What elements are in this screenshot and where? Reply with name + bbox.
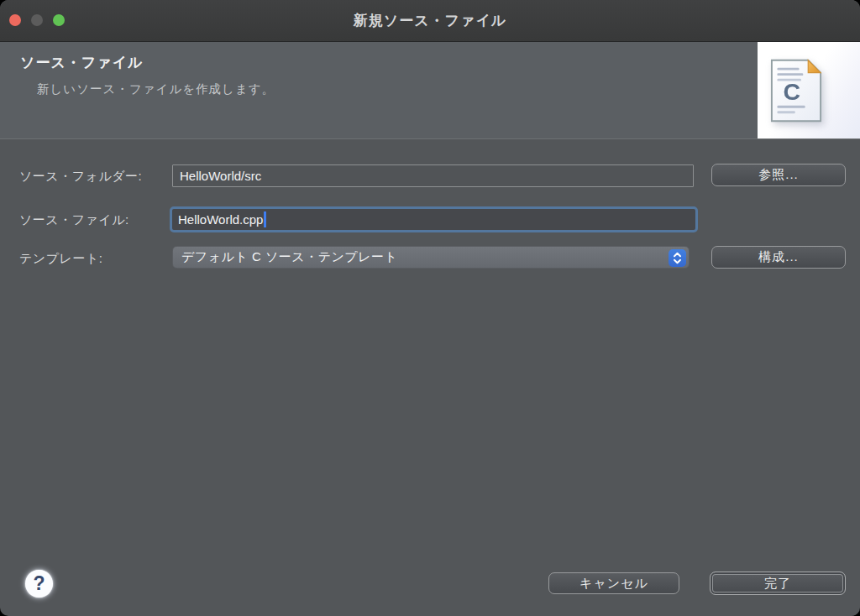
page-title: ソース・ファイル	[20, 53, 143, 72]
cancel-button-label: キャンセル	[579, 576, 648, 592]
window-title: 新規ソース・ファイル	[354, 11, 506, 30]
text-caret	[264, 211, 266, 227]
configure-button[interactable]: 構成...	[711, 246, 846, 269]
browse-button[interactable]: 参照...	[711, 164, 846, 186]
source-file-value: HelloWorld.cpp	[178, 212, 263, 227]
question-mark-icon: ?	[33, 572, 45, 595]
browse-button-label: 参照...	[758, 167, 799, 183]
help-button[interactable]: ?	[25, 570, 53, 598]
new-source-file-dialog: 新規ソース・ファイル ソース・ファイル 新しいソース・ファイルを作成します。	[0, 0, 860, 616]
template-selected-option: デフォルト C ソース・テンプレート	[181, 249, 397, 265]
chevron-updown-icon	[669, 249, 686, 267]
source-file-input[interactable]: HelloWorld.cpp	[170, 206, 698, 232]
c-letter: C	[784, 77, 801, 104]
template-select[interactable]: デフォルト C ソース・テンプレート	[172, 246, 690, 269]
dialog-header: ソース・ファイル 新しいソース・ファイルを作成します。	[0, 42, 860, 139]
configure-button-label: 構成...	[758, 249, 799, 265]
c-source-file-icon: C	[770, 59, 822, 123]
minimize-button[interactable]	[31, 14, 43, 26]
finish-button-label: 完了	[764, 576, 791, 592]
source-file-label: ソース・ファイル:	[19, 212, 129, 228]
title-bar: 新規ソース・ファイル	[0, 0, 860, 42]
zoom-button[interactable]	[53, 14, 65, 26]
close-button[interactable]	[9, 14, 21, 26]
source-folder-input[interactable]	[172, 164, 694, 187]
wizard-banner: C	[758, 42, 860, 138]
cancel-button[interactable]: キャンセル	[548, 572, 679, 594]
traffic-lights	[9, 14, 65, 26]
template-label: テンプレート:	[19, 251, 102, 267]
finish-button[interactable]: 完了	[710, 572, 846, 595]
source-folder-label: ソース・フォルダー:	[19, 169, 142, 185]
page-description: 新しいソース・ファイルを作成します。	[37, 81, 275, 97]
